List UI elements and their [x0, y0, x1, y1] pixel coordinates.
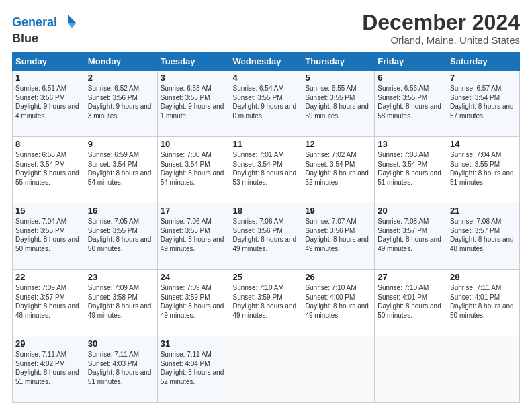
month-title: December 2024 [362, 11, 520, 34]
cell-content: Sunrise: 7:10 AMSunset: 4:01 PMDaylight:… [378, 283, 444, 320]
day-number: 4 [233, 73, 300, 83]
cell-content: Sunrise: 7:02 AMSunset: 3:54 PMDaylight:… [305, 150, 371, 187]
calendar-cell: 9 Sunrise: 6:59 AMSunset: 3:54 PMDayligh… [85, 137, 157, 203]
calendar-cell: 18 Sunrise: 7:06 AMSunset: 3:56 PMDaylig… [230, 203, 302, 270]
day-header-saturday: Saturday [447, 53, 520, 71]
svg-marker-0 [68, 15, 76, 23]
cell-content: Sunrise: 7:08 AMSunset: 3:57 PMDaylight:… [378, 217, 444, 253]
cell-content: Sunrise: 7:09 AMSunset: 3:58 PMDaylight:… [88, 283, 154, 320]
calendar-cell: 27 Sunrise: 7:10 AMSunset: 4:01 PMDaylig… [375, 270, 447, 336]
day-number: 12 [305, 139, 371, 149]
day-number: 9 [88, 139, 154, 149]
day-number: 10 [161, 139, 227, 149]
header: General Blue December 2024 Orland, Maine… [12, 11, 520, 46]
cell-content: Sunrise: 6:53 AMSunset: 3:55 PMDaylight:… [161, 84, 227, 120]
day-number: 25 [233, 272, 300, 282]
day-header-wednesday: Wednesday [230, 53, 302, 71]
day-number: 14 [450, 139, 517, 149]
cell-content: Sunrise: 7:05 AMSunset: 3:55 PMDaylight:… [88, 217, 154, 253]
svg-marker-1 [68, 23, 76, 28]
calendar-cell: 5 Sunrise: 6:55 AMSunset: 3:55 PMDayligh… [302, 71, 375, 137]
cell-content: Sunrise: 7:10 AMSunset: 3:59 PMDaylight:… [233, 283, 300, 320]
day-number: 27 [378, 272, 444, 282]
day-number: 8 [15, 139, 82, 149]
calendar-cell [447, 336, 520, 403]
day-header-monday: Monday [85, 53, 157, 71]
cell-content: Sunrise: 6:54 AMSunset: 3:55 PMDaylight:… [233, 84, 300, 120]
calendar-cell: 13 Sunrise: 7:03 AMSunset: 3:54 PMDaylig… [375, 137, 447, 203]
week-row-4: 22 Sunrise: 7:09 AMSunset: 3:57 PMDaylig… [13, 270, 520, 336]
logo-icon [58, 13, 77, 32]
day-number: 30 [88, 338, 154, 349]
day-number: 13 [378, 139, 444, 149]
cell-content: Sunrise: 6:55 AMSunset: 3:55 PMDaylight:… [305, 84, 371, 120]
cell-content: Sunrise: 7:11 AMSunset: 4:02 PMDaylight:… [15, 350, 82, 386]
calendar-cell: 31 Sunrise: 7:11 AMSunset: 4:04 PMDaylig… [157, 336, 230, 403]
cell-content: Sunrise: 7:03 AMSunset: 3:54 PMDaylight:… [378, 150, 444, 187]
calendar-cell: 2 Sunrise: 6:52 AMSunset: 3:56 PMDayligh… [85, 71, 157, 137]
cell-content: Sunrise: 6:58 AMSunset: 3:54 PMDaylight:… [15, 150, 82, 187]
cell-content: Sunrise: 7:04 AMSunset: 3:55 PMDaylight:… [15, 217, 82, 253]
day-number: 6 [378, 73, 444, 83]
day-number: 2 [88, 73, 154, 83]
cell-content: Sunrise: 6:52 AMSunset: 3:56 PMDaylight:… [88, 84, 154, 120]
cell-content: Sunrise: 7:06 AMSunset: 3:55 PMDaylight:… [161, 217, 227, 253]
day-number: 15 [15, 205, 82, 216]
calendar-cell: 20 Sunrise: 7:08 AMSunset: 3:57 PMDaylig… [375, 203, 447, 270]
day-header-sunday: Sunday [13, 53, 85, 71]
day-number: 26 [305, 272, 371, 282]
calendar-cell: 7 Sunrise: 6:57 AMSunset: 3:54 PMDayligh… [447, 71, 520, 137]
cell-content: Sunrise: 7:10 AMSunset: 4:00 PMDaylight:… [305, 283, 371, 320]
calendar-cell: 16 Sunrise: 7:05 AMSunset: 3:55 PMDaylig… [85, 203, 157, 270]
calendar-cell: 12 Sunrise: 7:02 AMSunset: 3:54 PMDaylig… [302, 137, 375, 203]
day-header-friday: Friday [375, 53, 447, 71]
cell-content: Sunrise: 7:04 AMSunset: 3:55 PMDaylight:… [450, 150, 517, 187]
day-number: 24 [161, 272, 227, 282]
calendar-cell: 22 Sunrise: 7:09 AMSunset: 3:57 PMDaylig… [13, 270, 85, 336]
cell-content: Sunrise: 6:56 AMSunset: 3:55 PMDaylight:… [378, 84, 444, 120]
calendar-cell: 28 Sunrise: 7:11 AMSunset: 4:01 PMDaylig… [447, 270, 520, 336]
day-number: 29 [15, 338, 82, 349]
calendar-cell: 24 Sunrise: 7:09 AMSunset: 3:59 PMDaylig… [157, 270, 230, 336]
day-number: 23 [88, 272, 154, 282]
logo: General Blue [12, 13, 77, 44]
calendar-cell: 6 Sunrise: 6:56 AMSunset: 3:55 PMDayligh… [375, 71, 447, 137]
cell-content: Sunrise: 7:11 AMSunset: 4:01 PMDaylight:… [450, 283, 517, 320]
cell-content: Sunrise: 7:06 AMSunset: 3:56 PMDaylight:… [233, 217, 300, 253]
title-section: December 2024 Orland, Maine, United Stat… [362, 11, 520, 46]
calendar-cell: 23 Sunrise: 7:09 AMSunset: 3:58 PMDaylig… [85, 270, 157, 336]
calendar-cell: 17 Sunrise: 7:06 AMSunset: 3:55 PMDaylig… [157, 203, 230, 270]
day-number: 17 [161, 205, 227, 216]
calendar-cell: 10 Sunrise: 7:00 AMSunset: 3:54 PMDaylig… [157, 137, 230, 203]
week-row-3: 15 Sunrise: 7:04 AMSunset: 3:55 PMDaylig… [13, 203, 520, 270]
day-number: 1 [15, 73, 82, 83]
logo-text: General [12, 16, 57, 30]
calendar-cell: 1 Sunrise: 6:51 AMSunset: 3:56 PMDayligh… [13, 71, 85, 137]
day-number: 22 [15, 272, 82, 282]
day-header-tuesday: Tuesday [157, 53, 230, 71]
cell-content: Sunrise: 6:51 AMSunset: 3:56 PMDaylight:… [15, 84, 82, 120]
day-number: 7 [450, 73, 517, 83]
calendar-cell: 8 Sunrise: 6:58 AMSunset: 3:54 PMDayligh… [13, 137, 85, 203]
cell-content: Sunrise: 7:07 AMSunset: 3:56 PMDaylight:… [305, 217, 371, 253]
location: Orland, Maine, United States [362, 34, 520, 46]
calendar-table: SundayMondayTuesdayWednesdayThursdayFrid… [12, 52, 520, 403]
day-number: 28 [450, 272, 517, 282]
week-row-5: 29 Sunrise: 7:11 AMSunset: 4:02 PMDaylig… [13, 336, 520, 403]
calendar-cell: 26 Sunrise: 7:10 AMSunset: 4:00 PMDaylig… [302, 270, 375, 336]
calendar-cell: 11 Sunrise: 7:01 AMSunset: 3:54 PMDaylig… [230, 137, 302, 203]
calendar-cell [230, 336, 302, 403]
cell-content: Sunrise: 7:11 AMSunset: 4:03 PMDaylight:… [88, 350, 154, 386]
calendar-cell: 15 Sunrise: 7:04 AMSunset: 3:55 PMDaylig… [13, 203, 85, 270]
cell-content: Sunrise: 7:11 AMSunset: 4:04 PMDaylight:… [161, 350, 227, 386]
cell-content: Sunrise: 6:59 AMSunset: 3:54 PMDaylight:… [88, 150, 154, 187]
cell-content: Sunrise: 7:09 AMSunset: 3:59 PMDaylight:… [161, 283, 227, 320]
cell-content: Sunrise: 6:57 AMSunset: 3:54 PMDaylight:… [450, 84, 517, 120]
calendar-cell: 19 Sunrise: 7:07 AMSunset: 3:56 PMDaylig… [302, 203, 375, 270]
cell-content: Sunrise: 7:00 AMSunset: 3:54 PMDaylight:… [161, 150, 227, 187]
calendar-cell: 4 Sunrise: 6:54 AMSunset: 3:55 PMDayligh… [230, 71, 302, 137]
week-row-2: 8 Sunrise: 6:58 AMSunset: 3:54 PMDayligh… [13, 137, 520, 203]
calendar-body: 1 Sunrise: 6:51 AMSunset: 3:56 PMDayligh… [13, 71, 520, 403]
day-number: 31 [161, 338, 227, 349]
page: General Blue December 2024 Orland, Maine… [0, 0, 532, 411]
